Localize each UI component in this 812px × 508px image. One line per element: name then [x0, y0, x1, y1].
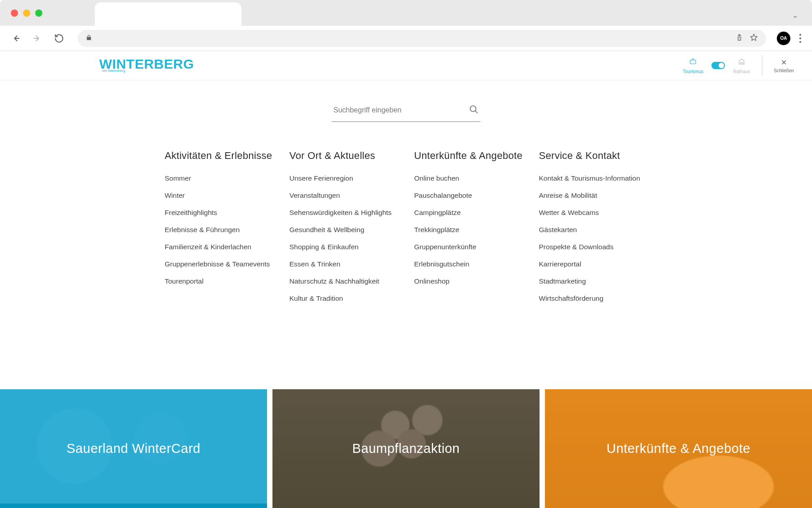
menu-item[interactable]: Online buchen	[414, 174, 523, 182]
menu-column: Unterkünfte & AngeboteOnline buchenPausc…	[414, 150, 523, 312]
mode-rathaus[interactable]: Rathaus	[733, 57, 750, 74]
menu-column: Aktivitäten & ErlebnisseSommerWinterFrei…	[165, 150, 273, 312]
menu-column-title: Service & Kontakt	[539, 150, 648, 162]
card-unterkuenfte[interactable]: Unterkünfte & Angebote	[545, 389, 812, 508]
browser-tab[interactable]	[95, 2, 241, 26]
card-baumpflanzaktion[interactable]: Baumpflanzaktion	[272, 389, 540, 508]
forward-button[interactable]	[30, 31, 45, 46]
menu-list: Unsere FerienregionVeranstaltungenSehens…	[290, 174, 398, 303]
menu-item[interactable]: Wirtschaftsförderung	[539, 294, 648, 303]
bookmark-star-icon[interactable]	[750, 33, 758, 43]
profile-avatar[interactable]: OA	[777, 32, 790, 45]
svg-rect-3	[690, 60, 696, 64]
mode-toggle[interactable]	[711, 62, 725, 69]
browser-tab-strip: ⌄	[0, 0, 812, 26]
profile-badge-text: OA	[780, 36, 787, 41]
menu-item[interactable]: Freizeithighlights	[165, 209, 273, 217]
tab-dropdown-icon[interactable]: ⌄	[792, 12, 798, 19]
menu-item[interactable]: Erlebnisgutschein	[414, 260, 523, 268]
menu-column: Vor Ort & AktuellesUnsere FerienregionVe…	[290, 150, 398, 312]
menu-item[interactable]: Campingplätze	[414, 209, 523, 217]
card-title: Baumpflanzaktion	[352, 441, 460, 456]
menu-item[interactable]: Karriereportal	[539, 260, 648, 268]
menu-item[interactable]: Anreise & Mobilität	[539, 191, 648, 200]
menu-item[interactable]: Sommer	[165, 174, 273, 182]
menu-item[interactable]: Veranstaltungen	[290, 191, 398, 200]
menu-item[interactable]: Shopping & Einkaufen	[290, 243, 398, 251]
menu-item[interactable]: Familienzeit & Kinderlachen	[165, 243, 273, 251]
mode-active-label: Tourismus	[683, 69, 704, 74]
address-bar[interactable]	[78, 30, 766, 47]
building-icon	[737, 57, 746, 68]
svg-marker-2	[751, 34, 757, 40]
share-icon[interactable]	[735, 33, 743, 43]
mode-inactive-label: Rathaus	[733, 69, 750, 74]
mode-tourismus[interactable]: Tourismus	[683, 57, 704, 74]
card-wintercard[interactable]: Sauerland WinterCard	[0, 389, 267, 508]
menu-item[interactable]: Prospekte & Downloads	[539, 243, 648, 251]
menu-list: SommerWinterFreizeithighlightsErlebnisse…	[165, 174, 273, 285]
window-maximize-button[interactable]	[35, 9, 42, 17]
menu-list: Kontakt & Tourismus-InformationAnreise &…	[539, 174, 648, 303]
menu-item[interactable]: Stadtmarketing	[539, 277, 648, 285]
menu-item[interactable]: Wetter & Webcams	[539, 209, 648, 217]
svg-line-5	[475, 111, 477, 113]
menu-item[interactable]: Naturschutz & Nachhaltigkeit	[290, 277, 398, 285]
window-minimize-button[interactable]	[23, 9, 30, 17]
menu-column-title: Aktivitäten & Erlebnisse	[165, 150, 273, 162]
menu-item[interactable]: Erlebnisse & Führungen	[165, 226, 273, 234]
menu-item[interactable]: Gesundheit & Wellbeing	[290, 226, 398, 234]
browser-menu-button[interactable]	[797, 34, 804, 43]
menu-item[interactable]: Winter	[165, 191, 273, 200]
menu-column-title: Unterkünfte & Angebote	[414, 150, 523, 162]
menu-item[interactable]: Kontakt & Tourismus-Information	[539, 174, 648, 182]
menu-item[interactable]: Onlineshop	[414, 277, 523, 285]
site-header: WINTERBERG mit Hallenberg Tourismus Rath…	[0, 51, 812, 80]
mega-menu: Aktivitäten & ErlebnisseSommerWinterFrei…	[162, 150, 650, 312]
menu-item[interactable]: Sehenswürdigkeiten & Highlights	[290, 209, 398, 217]
menu-item[interactable]: Gruppenunterkünfte	[414, 243, 523, 251]
back-button[interactable]	[8, 31, 23, 46]
search-field[interactable]	[332, 100, 480, 122]
menu-item[interactable]: Essen & Trinken	[290, 260, 398, 268]
header-divider	[762, 55, 762, 76]
menu-item[interactable]: Trekkingplätze	[414, 226, 523, 234]
menu-item[interactable]: Unsere Ferienregion	[290, 174, 398, 182]
feature-cards: Sauerland WinterCard Baumpflanzaktion Un…	[0, 389, 812, 508]
close-icon: ✕	[781, 58, 787, 67]
window-close-button[interactable]	[11, 9, 18, 17]
search-icon[interactable]	[469, 104, 479, 116]
site-logo[interactable]: WINTERBERG mit Hallenberg	[99, 59, 194, 72]
browser-toolbar: OA	[0, 26, 812, 51]
suitcase-icon	[688, 57, 697, 68]
menu-column: Service & KontaktKontakt & Tourismus-Inf…	[539, 150, 648, 312]
menu-list: Online buchenPauschalangeboteCampingplät…	[414, 174, 523, 285]
card-title: Sauerland WinterCard	[67, 441, 201, 456]
close-label: Schließen	[774, 68, 794, 73]
menu-item[interactable]: Tourenportal	[165, 277, 273, 285]
lock-icon	[86, 34, 92, 42]
reload-button[interactable]	[51, 31, 67, 46]
menu-item[interactable]: Gruppenerlebnisse & Teamevents	[165, 260, 273, 268]
menu-column-title: Vor Ort & Aktuelles	[290, 150, 398, 162]
menu-item[interactable]: Kultur & Tradition	[290, 294, 398, 303]
card-title: Unterkünfte & Angebote	[606, 441, 750, 456]
menu-item[interactable]: Gästekarten	[539, 226, 648, 234]
menu-item[interactable]: Pauschalangebote	[414, 191, 523, 200]
close-menu-button[interactable]: ✕ Schließen	[774, 58, 794, 73]
search-input[interactable]	[333, 106, 451, 114]
